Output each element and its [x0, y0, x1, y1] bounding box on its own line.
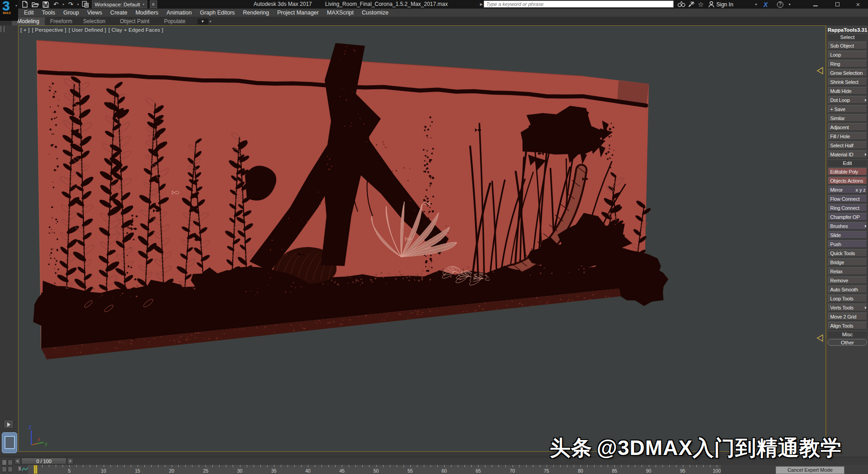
- viewport-layout-grid-icon[interactable]: [1, 459, 14, 473]
- rappatools-button-objects-actions[interactable]: Objects Actions: [828, 177, 867, 184]
- window-minimize-button[interactable]: [810, 1, 821, 7]
- search-icon[interactable]: [677, 0, 686, 8]
- rappatools-button-mirror[interactable]: Mirrorxyz: [828, 186, 867, 193]
- rappatools-button--save[interactable]: + Save: [828, 105, 867, 113]
- rappatools-button-slide[interactable]: Slide: [828, 231, 867, 239]
- menu-project-manager[interactable]: Project Manager: [273, 9, 323, 17]
- workspace-menu-icon[interactable]: ≡: [150, 0, 157, 8]
- workspace-selector[interactable]: Workspace: Default ▾: [92, 0, 147, 8]
- previous-frame-button[interactable]: <: [14, 458, 21, 464]
- rappatools-button-mirror-z[interactable]: z: [863, 186, 865, 193]
- rappatools-button-material-id[interactable]: Material ID: [828, 150, 867, 158]
- rappatools-button-select-half[interactable]: Select Half: [828, 141, 867, 149]
- app-logo-3dsmax[interactable]: 3 MAX ▾: [0, 0, 18, 21]
- track-bar[interactable]: 0510152025303540455055606570758085909510…: [0, 465, 868, 474]
- undo-icon[interactable]: ↶: [52, 1, 60, 8]
- new-scene-icon[interactable]: [21, 1, 29, 8]
- rappatools-button-loop[interactable]: Loop: [828, 51, 867, 58]
- ribbon-tab-populate[interactable]: Populate: [158, 17, 191, 25]
- menu-rendering[interactable]: Rendering: [239, 9, 273, 17]
- perspective-viewport[interactable]: [ + ][ Perspective ][ User Defined ][ Cl…: [18, 25, 826, 452]
- rappatools-button-brushes[interactable]: Brushes: [828, 222, 867, 230]
- user-icon[interactable]: [708, 0, 715, 8]
- menu-modifiers[interactable]: Modifiers: [131, 9, 163, 17]
- signin-caret-icon[interactable]: ▾: [755, 0, 757, 8]
- infocenter-collapse-icon[interactable]: ▶: [480, 2, 483, 6]
- trackbar-frame-label: 30: [237, 468, 243, 474]
- viewport-label-clay-edged-faces[interactable]: [ Clay + Edged Faces ]: [108, 27, 163, 33]
- viewport-label-user-defined[interactable]: [ User Defined ]: [68, 27, 106, 33]
- viewport-label-menu[interactable]: [ + ]: [20, 27, 30, 33]
- communication-center-icon[interactable]: [688, 0, 695, 8]
- menu-create[interactable]: Create: [106, 9, 132, 17]
- menu-tools[interactable]: Tools: [38, 9, 59, 17]
- rappatools-section-edit[interactable]: Edit: [828, 160, 867, 166]
- trackbar-time-cursor[interactable]: [34, 465, 38, 474]
- rappatools-button-verts-tools[interactable]: Verts Tools: [828, 304, 867, 311]
- redo-caret-icon[interactable]: ▾: [77, 3, 79, 6]
- open-file-icon[interactable]: [31, 1, 39, 8]
- rappatools-button-multi-hide[interactable]: Multi Hide: [828, 87, 867, 95]
- menu-edit[interactable]: Edit: [20, 9, 38, 17]
- rappatools-button-similar[interactable]: Similar: [828, 114, 867, 122]
- rappatools-button-mirror-y[interactable]: y: [859, 186, 862, 193]
- rappatools-button-ring-connect[interactable]: Ring Connect: [828, 204, 867, 212]
- help-icon[interactable]: ?: [777, 0, 783, 8]
- viewport-layout-flyout-button[interactable]: [4, 420, 14, 429]
- rappatools-button-editable-poly[interactable]: Editable Poly: [828, 168, 867, 175]
- rappatools-button-fill-hole[interactable]: Fill / Hole: [828, 132, 867, 140]
- sign-in-button[interactable]: Sign In: [716, 0, 733, 8]
- exchange-apps-icon[interactable]: X: [763, 0, 767, 8]
- rappatools-button-move-2-grid[interactable]: Move 2 Grid: [828, 313, 867, 320]
- trackbar-tick: [662, 465, 663, 467]
- menu-group[interactable]: Group: [59, 9, 83, 17]
- redo-icon[interactable]: ↷: [67, 1, 75, 8]
- ribbon-tab-selection[interactable]: Selection: [77, 17, 110, 25]
- ribbon-flyout-caret-icon[interactable]: ▾: [210, 19, 211, 24]
- help-caret-icon[interactable]: ▾: [789, 0, 791, 8]
- rappatools-button-sub-object[interactable]: Sub Object: [828, 42, 867, 49]
- time-slider-handle[interactable]: 0 / 100: [21, 458, 67, 464]
- window-restore-button[interactable]: [831, 1, 843, 7]
- menu-views[interactable]: Views: [83, 9, 106, 17]
- rappatools-section-misc[interactable]: Misc: [828, 331, 867, 338]
- toolbar-dock-handle[interactable]: [0, 26, 5, 32]
- rappatools-button-align-tools[interactable]: Align Tools: [828, 322, 867, 329]
- mini-curve-editor-icon[interactable]: [18, 466, 28, 473]
- rappatools-button-ring[interactable]: Ring: [828, 60, 867, 68]
- menu-graph-editors[interactable]: Graph Editors: [196, 9, 239, 17]
- rappatools-button-champfer-op[interactable]: Champfer OP: [828, 213, 867, 221]
- window-close-button[interactable]: ×: [852, 1, 864, 7]
- rappatools-button-grow-selection[interactable]: Grow Selection: [828, 69, 867, 77]
- viewport-label-perspective[interactable]: [ Perspective ]: [32, 27, 67, 33]
- rappatools-button-adjacent[interactable]: Adjacent: [828, 123, 867, 131]
- rappatools-button-push[interactable]: Push: [828, 240, 867, 248]
- next-frame-button[interactable]: >: [67, 458, 73, 464]
- ribbon-minimize-icon[interactable]: ▼: [197, 19, 208, 24]
- rappatools-button-bridge[interactable]: Bridge: [828, 258, 867, 266]
- menu-customize[interactable]: Customize: [358, 9, 393, 17]
- viewport-layout-tab[interactable]: [2, 432, 17, 453]
- rappatools-button-other[interactable]: Other: [828, 339, 867, 346]
- cancel-expert-mode-button[interactable]: Cancel Expert Mode: [776, 466, 844, 474]
- menu-animation[interactable]: Animation: [163, 9, 196, 17]
- ribbon-tab-object-paint[interactable]: Object Paint: [115, 17, 155, 25]
- rappatools-button-mirror-x[interactable]: x: [856, 186, 858, 193]
- search-input[interactable]: [484, 0, 674, 8]
- rappatools-button-quick-tools[interactable]: Quick Tools: [828, 249, 867, 257]
- rappatools-button-relax[interactable]: Relax: [828, 267, 867, 275]
- ribbon-tab-freeform[interactable]: Freeform: [45, 17, 78, 25]
- rappatools-button-loop-tools[interactable]: Loop Tools: [828, 295, 867, 302]
- undo-caret-icon[interactable]: ▾: [62, 3, 64, 6]
- quick-access-toolbar: ↶ ▾ ↷ ▾ Workspace: Default ▾ ≡: [21, 0, 157, 8]
- rappatools-button-dot-loop[interactable]: Dot Loop: [828, 96, 867, 104]
- rappatools-button-flow-connect[interactable]: Flow Connect: [828, 195, 867, 203]
- save-icon[interactable]: [42, 1, 49, 8]
- favorites-star-icon[interactable]: ☆: [698, 0, 704, 8]
- rappatools-button-shrink-select[interactable]: Shrink Select: [828, 78, 867, 86]
- rappatools-button-remove[interactable]: Remove: [828, 276, 867, 284]
- rappatools-button-auto-smooth[interactable]: Auto Smooth: [828, 285, 867, 293]
- menu-maxscript[interactable]: MAXScript: [323, 9, 358, 17]
- project-folder-icon[interactable]: [82, 1, 89, 8]
- rappatools-section-select[interactable]: Select: [828, 34, 867, 40]
